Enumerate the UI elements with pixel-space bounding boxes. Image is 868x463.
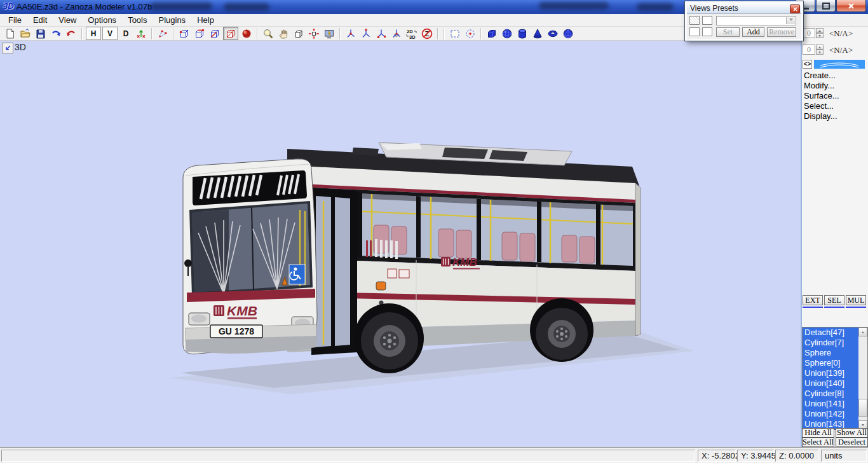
list-item[interactable]: Union[140] (803, 378, 858, 389)
open-file-button[interactable] (18, 27, 33, 40)
preset-slot-3[interactable] (689, 27, 700, 36)
menu-options[interactable]: Options (82, 14, 122, 27)
list-item[interactable]: Union[141] (803, 399, 858, 409)
menu-help[interactable]: Help (191, 14, 220, 27)
status-z-coordinate: Z: 0.0000 (775, 450, 818, 462)
list-item[interactable]: Cylinder[8] (803, 389, 858, 399)
view-cube-button[interactable] (291, 27, 306, 40)
sidebar-link-display[interactable]: Display... (804, 111, 837, 121)
plane-axis-icon (391, 28, 402, 39)
menu-tools[interactable]: Tools (122, 14, 153, 27)
pan-button[interactable] (276, 27, 291, 40)
menu-file[interactable]: File (3, 14, 27, 27)
move-axis-button[interactable] (343, 27, 358, 40)
list-item[interactable]: Cylinder[7] (803, 338, 858, 348)
list-item[interactable]: Union[142] (803, 409, 858, 419)
list-item[interactable]: Detach[47] (803, 328, 858, 338)
vertex-mode-button[interactable] (177, 27, 192, 40)
select-all-button[interactable]: Select All (802, 438, 834, 447)
restore-icon (822, 3, 830, 10)
spinner1-field[interactable]: 0 (803, 28, 815, 38)
open-file-icon (20, 28, 31, 39)
redo-button[interactable] (48, 27, 64, 40)
scroll-up-icon[interactable] (858, 328, 867, 336)
create-torus-button[interactable] (545, 27, 560, 40)
panel-expander-button[interactable]: <> (803, 60, 812, 69)
hide-all-button[interactable]: Hide All (802, 428, 834, 438)
scale-axis-button[interactable] (374, 27, 389, 40)
panel-collapse-bar[interactable] (814, 60, 865, 69)
mode-ext-button[interactable]: EXT (803, 295, 823, 305)
mode-sel-button[interactable]: SEL (824, 295, 844, 305)
circle-select-button[interactable] (463, 27, 478, 40)
viewport-3d[interactable]: 3D (0, 41, 802, 447)
scrollbar-thumb[interactable] (858, 399, 867, 417)
rect-select-button[interactable] (447, 27, 463, 40)
rotate-axis-icon (360, 28, 372, 39)
toggle-v-button[interactable]: V (102, 27, 118, 40)
render-button[interactable] (322, 27, 337, 40)
deselect-button[interactable]: Deselect (836, 438, 868, 447)
spinner2-up-button[interactable] (816, 45, 824, 50)
mode-mul-button[interactable]: MUL (846, 295, 866, 305)
chevron-down-icon[interactable] (786, 17, 795, 24)
rotate-axis-button[interactable] (358, 27, 374, 40)
create-geosphere-button[interactable] (560, 27, 576, 40)
face-mode-button[interactable] (207, 27, 222, 40)
save-icon (35, 28, 46, 39)
preset-slot-1[interactable] (689, 16, 700, 25)
sidebar-link-surface[interactable]: Surface... (804, 91, 839, 101)
create-cone-button[interactable] (530, 27, 545, 40)
viewport-maximize-button[interactable] (2, 43, 13, 53)
sidebar-link-create[interactable]: Create... (804, 71, 836, 81)
spinner1-up-button[interactable] (816, 28, 824, 33)
preset-add-button[interactable]: Add (742, 27, 764, 37)
menu-view[interactable]: View (53, 14, 82, 27)
list-item[interactable]: Sphere[0] (803, 358, 858, 368)
create-cube-button[interactable] (484, 27, 499, 40)
menu-plugins[interactable]: Plugins (153, 14, 191, 27)
zoom-button[interactable] (261, 27, 276, 40)
toggle-h-button[interactable]: H (86, 27, 101, 40)
spinner2-down-button[interactable] (816, 50, 824, 55)
sidebar-link-select[interactable]: Select... (804, 101, 834, 111)
show-all-button[interactable]: Show All (836, 428, 868, 438)
views-presets-close-button[interactable] (790, 4, 800, 13)
edit-path-icon (157, 28, 168, 39)
create-cylinder-button[interactable] (515, 27, 530, 40)
edge-mode-button[interactable] (192, 27, 207, 40)
menu-edit[interactable]: Edit (27, 14, 53, 27)
edit-path-button[interactable] (155, 27, 170, 40)
2d-3d-toggle-button[interactable]: 2D3D (404, 27, 419, 40)
create-sphere-button[interactable] (499, 27, 515, 40)
bus-door (311, 188, 357, 355)
list-item[interactable]: Union[139] (803, 368, 858, 378)
plane-axis-button[interactable] (389, 27, 404, 40)
list-item[interactable]: Sphere (803, 348, 858, 358)
axes-mode-button[interactable] (133, 27, 149, 40)
restore-button[interactable] (816, 0, 836, 12)
spinner1-down-button[interactable] (816, 33, 824, 38)
objects-listbox[interactable]: Detach[47] Cylinder[7] Sphere Sphere[0] … (802, 327, 868, 430)
save-button[interactable] (33, 27, 48, 40)
preset-slot-4[interactable] (702, 27, 712, 36)
views-presets-titlebar[interactable]: Views Presets (687, 3, 801, 14)
close-button[interactable] (836, 0, 866, 12)
preset-set-button[interactable]: Set (716, 27, 740, 37)
toggle-d-button[interactable]: D (118, 27, 133, 40)
sidebar-link-modify[interactable]: Modify... (804, 81, 834, 91)
spinner2-field[interactable]: 0 (803, 45, 815, 55)
new-file-button[interactable] (3, 27, 18, 40)
preset-name-combobox[interactable] (716, 16, 796, 25)
undo-button[interactable] (64, 27, 79, 40)
select-transform-button[interactable] (306, 27, 322, 40)
no-z-button[interactable]: Z (419, 27, 435, 40)
preset-slot-2[interactable] (702, 16, 712, 25)
listbox-scrollbar[interactable] (858, 328, 867, 429)
object-mode-button[interactable] (223, 27, 238, 40)
svg-text:GU 1278: GU 1278 (219, 326, 254, 336)
views-presets-panel[interactable]: Views Presets Set Add Remove (685, 1, 803, 41)
material-sphere-button[interactable] (239, 27, 254, 40)
preset-remove-button[interactable]: Remove (767, 27, 796, 37)
zoom-icon (262, 28, 274, 39)
